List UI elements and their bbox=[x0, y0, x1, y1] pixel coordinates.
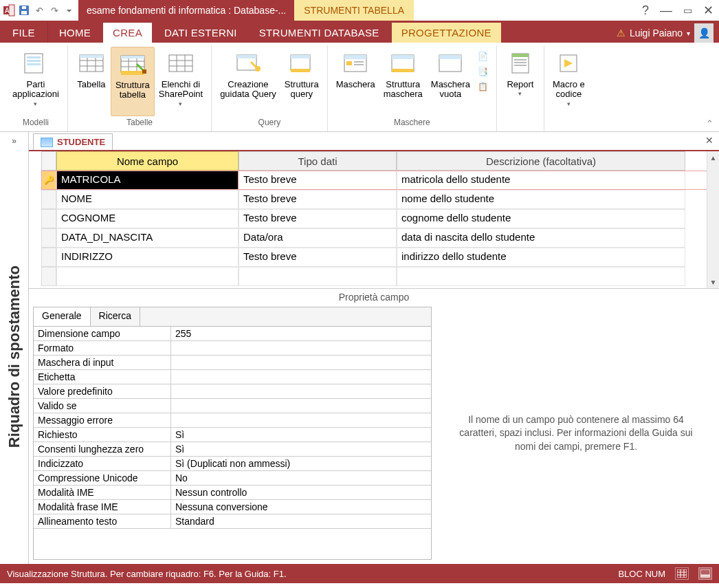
property-value[interactable] bbox=[171, 341, 431, 355]
struttura-maschera-button[interactable]: Struttura maschera bbox=[379, 47, 427, 116]
cell-nome-campo[interactable]: NOME bbox=[56, 190, 239, 209]
scroll-up-icon[interactable]: ▲ bbox=[707, 151, 719, 164]
property-value[interactable] bbox=[171, 399, 431, 413]
row-selector[interactable] bbox=[41, 248, 56, 267]
property-value[interactable]: No bbox=[171, 471, 431, 485]
property-value[interactable] bbox=[171, 370, 431, 384]
property-row[interactable]: RichiestoSì bbox=[34, 428, 431, 442]
property-value[interactable]: Sì bbox=[171, 428, 431, 442]
form-sub3[interactable]: 📋 bbox=[474, 80, 492, 94]
cell-tipo-dati[interactable]: Testo breve bbox=[239, 209, 397, 228]
property-row[interactable]: Modalità IMENessun controllo bbox=[34, 486, 431, 500]
elenchi-sharepoint-button[interactable]: Elenchi di SharePoint ▾ bbox=[155, 47, 207, 116]
cell-tipo-dati[interactable]: Testo breve bbox=[239, 190, 397, 209]
field-row[interactable]: NOMETesto brevenome dello studente bbox=[41, 190, 719, 209]
property-row[interactable]: Messaggio errore bbox=[34, 413, 431, 428]
property-row[interactable]: IndicizzatoSì (Duplicati non ammessi) bbox=[34, 457, 431, 471]
form-sub2[interactable]: 📑 bbox=[474, 65, 492, 78]
field-row-empty[interactable] bbox=[41, 267, 719, 286]
parti-applicazioni-button[interactable]: Parti applicazioni ▾ bbox=[8, 47, 63, 116]
report-button[interactable]: Report ▾ bbox=[501, 47, 540, 116]
cell-nome-campo[interactable]: COGNOME bbox=[56, 209, 239, 228]
field-row[interactable]: 🔑MATRICOLATesto brevematricola dello stu… bbox=[41, 171, 719, 190]
scroll-down-icon[interactable]: ▼ bbox=[707, 276, 719, 288]
prop-tab-generale[interactable]: Generale bbox=[34, 307, 91, 326]
property-value[interactable]: Nessuna conversione bbox=[171, 500, 431, 514]
save-icon[interactable] bbox=[18, 4, 30, 17]
property-row[interactable]: Etichetta bbox=[34, 370, 431, 384]
property-row[interactable]: Allineamento testoStandard bbox=[34, 514, 431, 529]
cell-tipo-dati[interactable]: Testo breve bbox=[239, 248, 397, 267]
col-descrizione[interactable]: Descrizione (facoltativa) bbox=[397, 151, 685, 171]
account-dropdown-icon[interactable]: ▾ bbox=[687, 30, 690, 37]
form-sub1[interactable]: 📄 bbox=[474, 50, 492, 63]
maschera-vuota-button[interactable]: Maschera vuota bbox=[427, 47, 474, 116]
property-value[interactable]: Sì bbox=[171, 442, 431, 456]
account-area[interactable]: ⚠ Luigi Paiano ▾ 👤 bbox=[611, 23, 719, 43]
property-value[interactable]: Nessun controllo bbox=[171, 486, 431, 499]
grid-corner[interactable] bbox=[41, 151, 56, 171]
cell-descrizione[interactable]: cognome dello studente bbox=[397, 209, 685, 228]
col-tipo-dati[interactable]: Tipo dati bbox=[239, 151, 397, 171]
ribbon-collapse-icon[interactable]: ⌃ bbox=[706, 118, 714, 129]
navigation-pane[interactable]: » Riquadro di spostamento bbox=[0, 132, 29, 564]
grid-scrollbar[interactable]: ▲ ▼ bbox=[707, 151, 719, 288]
prop-tab-ricerca[interactable]: Ricerca bbox=[91, 307, 140, 326]
cell-descrizione[interactable]: indirizzo dello studente bbox=[397, 248, 685, 267]
property-value[interactable]: Sì (Duplicati non ammessi) bbox=[171, 457, 431, 470]
tab-dati-esterni[interactable]: DATI ESTERNI bbox=[155, 23, 247, 43]
view-datasheet-icon[interactable] bbox=[675, 567, 689, 580]
tabella-button[interactable]: Tabella bbox=[72, 47, 111, 116]
tab-home[interactable]: HOME bbox=[49, 23, 100, 43]
tab-crea[interactable]: CREA bbox=[103, 23, 152, 43]
property-value[interactable] bbox=[171, 384, 431, 398]
maschera-button[interactable]: Maschera bbox=[332, 47, 379, 116]
close-icon[interactable]: ✕ bbox=[703, 3, 714, 18]
cell-nome-campo[interactable]: MATRICOLA bbox=[56, 171, 239, 190]
tab-progettazione[interactable]: PROGETTAZIONE bbox=[392, 23, 501, 43]
field-row[interactable]: COGNOMETesto brevecognome dello studente bbox=[41, 209, 719, 228]
cell-tipo-dati[interactable]: Data/ora bbox=[239, 228, 397, 248]
cell-tipo-dati[interactable]: Testo breve bbox=[239, 171, 397, 190]
row-selector[interactable] bbox=[41, 228, 56, 248]
cell-descrizione[interactable]: matricola dello studente bbox=[397, 171, 685, 190]
row-selector[interactable] bbox=[41, 190, 56, 209]
property-row[interactable]: Consenti lunghezza zeroSì bbox=[34, 442, 431, 457]
property-value[interactable] bbox=[171, 356, 431, 369]
macro-button[interactable]: Macro e codice ▾ bbox=[549, 47, 589, 116]
cell-nome-campo[interactable]: DATA_DI_NASCITA bbox=[56, 228, 239, 248]
creazione-guidata-query-button[interactable]: Creazione guidata Query bbox=[216, 47, 280, 116]
row-selector[interactable]: 🔑 bbox=[41, 171, 56, 190]
help-icon[interactable]: ? bbox=[642, 3, 649, 18]
cell-descrizione[interactable]: nome dello studente bbox=[397, 190, 685, 209]
cell-descrizione[interactable]: data di nascita dello studente bbox=[397, 228, 685, 248]
property-row[interactable]: Modalità frase IMENessuna conversione bbox=[34, 500, 431, 514]
field-row[interactable]: INDIRIZZOTesto breveindirizzo dello stud… bbox=[41, 248, 719, 267]
doctab-close-icon[interactable]: ✕ bbox=[705, 135, 714, 146]
struttura-tabella-button[interactable]: Struttura tabella bbox=[111, 47, 155, 116]
property-value[interactable] bbox=[171, 413, 431, 427]
property-row[interactable]: Formato bbox=[34, 341, 431, 356]
restore-icon[interactable]: ▭ bbox=[683, 5, 692, 16]
struttura-query-button[interactable]: Struttura query bbox=[280, 47, 323, 116]
navpane-expand-icon[interactable]: » bbox=[12, 136, 16, 146]
cell-nome-campo[interactable]: INDIRIZZO bbox=[56, 248, 239, 267]
field-row[interactable]: DATA_DI_NASCITAData/oradata di nascita d… bbox=[41, 228, 719, 248]
property-value[interactable]: Standard bbox=[171, 514, 431, 528]
redo-icon[interactable]: ↷ bbox=[48, 4, 60, 17]
undo-icon[interactable]: ↶ bbox=[33, 4, 45, 17]
property-row[interactable]: Maschera di input bbox=[34, 356, 431, 370]
tab-file[interactable]: FILE bbox=[0, 23, 48, 43]
minimize-icon[interactable]: — bbox=[660, 3, 672, 18]
property-value[interactable]: 255 bbox=[171, 327, 431, 340]
property-row[interactable]: Dimensione campo255 bbox=[34, 327, 431, 341]
col-nome-campo[interactable]: Nome campo bbox=[56, 151, 239, 171]
property-row[interactable]: Valido se bbox=[34, 399, 431, 413]
row-selector[interactable] bbox=[41, 209, 56, 228]
property-row[interactable]: Valore predefinito bbox=[34, 384, 431, 399]
qat-more-icon[interactable]: ⏷ bbox=[63, 4, 76, 17]
view-design-icon[interactable] bbox=[698, 567, 712, 580]
tab-strumenti-database[interactable]: STRUMENTI DATABASE bbox=[250, 23, 389, 43]
doctab-studente[interactable]: STUDENTE bbox=[33, 133, 113, 150]
property-row[interactable]: Compressione UnicodeNo bbox=[34, 471, 431, 486]
